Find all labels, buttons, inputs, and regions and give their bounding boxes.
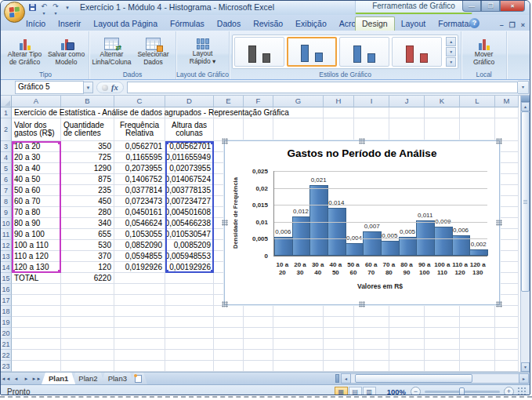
ribbon-tab-f-rmulas[interactable]: Fórmulas	[164, 16, 211, 31]
cell-F21[interactable]	[244, 339, 273, 350]
cell-D14[interactable]: 0,00192926	[165, 262, 214, 273]
cell-H2[interactable]	[324, 118, 354, 141]
cell-J2[interactable]	[389, 118, 425, 141]
cell-J20[interactable]	[389, 328, 425, 339]
row-header-20[interactable]: 20	[1, 328, 12, 339]
vertical-split-handle[interactable]	[521, 96, 530, 102]
cell-M19[interactable]	[495, 317, 519, 328]
cell-D7[interactable]: 0,003778135	[165, 185, 214, 196]
cell-A19[interactable]	[12, 317, 61, 328]
cell-L20[interactable]	[460, 328, 495, 339]
row-header-1[interactable]: 1	[1, 107, 12, 118]
close-button[interactable]: ×	[500, 1, 525, 12]
cell-A13[interactable]: 110 a 120	[12, 251, 61, 262]
ribbon-tab-dados[interactable]: Dados	[211, 16, 247, 31]
scroll-up-button[interactable]: ▲	[521, 102, 530, 111]
cell-C12[interactable]: 0,0852090	[114, 240, 165, 251]
column-header-D[interactable]: D	[165, 96, 214, 107]
cell-H19[interactable]	[324, 317, 354, 328]
cell-A9[interactable]: 70 a 80	[12, 207, 61, 218]
cell-B13[interactable]: 370	[61, 251, 114, 262]
cell-K18[interactable]	[425, 306, 460, 317]
row-header-2[interactable]: 2	[1, 118, 12, 141]
cell-C23[interactable]	[114, 361, 165, 372]
column-header-M[interactable]: M	[495, 96, 519, 107]
cell-F19[interactable]	[244, 317, 273, 328]
cell-G18[interactable]	[273, 306, 324, 317]
cell-B9[interactable]: 280	[61, 207, 114, 218]
column-header-A[interactable]: A	[12, 96, 61, 107]
row-header-22[interactable]: 22	[1, 350, 12, 361]
cell-B20[interactable]	[61, 328, 114, 339]
cell-J1[interactable]	[389, 107, 425, 118]
cell-I18[interactable]	[354, 306, 389, 317]
chart-y-axis-title[interactable]: Densidade de Frequência	[231, 171, 241, 256]
cell-E19[interactable]	[214, 317, 244, 328]
chart-x-axis-title[interactable]: Valores em R$	[273, 282, 487, 290]
cell-A23[interactable]	[12, 361, 61, 372]
chart-bar[interactable]	[381, 241, 400, 256]
cell-A12[interactable]: 100 a 110	[12, 240, 61, 251]
cell-A22[interactable]	[12, 350, 61, 361]
cell-A14[interactable]: 120 a 130	[12, 262, 61, 273]
chart-selection-handle[interactable]	[496, 220, 502, 226]
ribbon-tab-revis-o[interactable]: Revisão	[247, 16, 289, 31]
cell-L18[interactable]	[460, 306, 495, 317]
chart-selection-handle[interactable]	[222, 301, 228, 307]
cell-D16[interactable]	[165, 284, 214, 295]
cell-G20[interactable]	[273, 328, 324, 339]
cell-A1[interactable]: Exercício de Estatística - Análise de da…	[12, 107, 61, 118]
ribbon-button-alternar-linha-coluna[interactable]: ⇄AlternarLinha/Coluna	[92, 36, 132, 67]
cell-C10[interactable]: 0,0546624	[114, 218, 165, 229]
cell-C15[interactable]	[114, 273, 165, 284]
expand-formula-bar-button[interactable]: ▾	[518, 81, 529, 94]
cell-I1[interactable]	[354, 107, 389, 118]
cell-C21[interactable]	[114, 339, 165, 350]
sheet-tab-plan1[interactable]: Plan1	[42, 373, 75, 384]
row-header-15[interactable]: 15	[1, 273, 12, 284]
chart-style-thumbnail-style-blue[interactable]	[287, 37, 337, 67]
cell-F2[interactable]	[244, 118, 273, 141]
cell-B15[interactable]: 6220	[61, 273, 114, 284]
cell-A11[interactable]: 90 a 100	[12, 229, 61, 240]
cell-C4[interactable]: 0,1165595	[114, 152, 165, 163]
name-box-dropdown[interactable]: ▼	[84, 82, 93, 93]
cell-K2[interactable]	[425, 118, 460, 141]
first-sheet-button[interactable]: ◄◄	[1, 373, 11, 384]
cell-A5[interactable]: 30 a 40	[12, 163, 61, 174]
workbook-close-button[interactable]: ×	[521, 21, 525, 29]
column-header-C[interactable]: C	[114, 96, 165, 107]
cell-D20[interactable]	[165, 328, 214, 339]
cell-G19[interactable]	[273, 317, 324, 328]
cell-C14[interactable]: 0,0192926	[114, 262, 165, 273]
page-layout-view-button[interactable]: ▤	[349, 387, 362, 395]
ribbon-button-salvar-como-modelo[interactable]: Salvar comoModelo	[46, 36, 86, 67]
cell-H18[interactable]	[324, 306, 354, 317]
cell-L1[interactable]	[460, 107, 495, 118]
column-header-J[interactable]: J	[389, 96, 425, 107]
cell-E18[interactable]	[214, 306, 244, 317]
cell-I21[interactable]	[354, 339, 389, 350]
cell-A2[interactable]: Valor dosgastos (R$)	[12, 118, 61, 141]
row-header-18[interactable]: 18	[1, 306, 12, 317]
cell-A18[interactable]	[12, 306, 61, 317]
row-header-7[interactable]: 7	[1, 185, 12, 196]
chart-title[interactable]: Gastos no Período de Análise	[225, 147, 499, 159]
cell-J19[interactable]	[389, 317, 425, 328]
cell-D6[interactable]: 0,014067524	[165, 174, 214, 185]
column-header-B[interactable]: B	[61, 96, 114, 107]
cell-C3[interactable]: 0,0562701	[114, 141, 165, 152]
cell-D11[interactable]: 0,010530547	[165, 229, 214, 240]
cell-M23[interactable]	[495, 361, 519, 372]
cell-C8[interactable]: 0,0723473	[114, 196, 165, 207]
chart-bar[interactable]	[309, 185, 328, 256]
cell-B11[interactable]: 655	[61, 229, 114, 240]
cell-H1[interactable]	[324, 107, 354, 118]
cell-F20[interactable]	[244, 328, 273, 339]
sheet-tab-plan2[interactable]: Plan2	[71, 373, 104, 384]
scroll-down-button[interactable]: ▼	[521, 362, 530, 372]
cell-H23[interactable]	[324, 361, 354, 372]
cell-L2[interactable]	[460, 118, 495, 141]
office-button[interactable]	[4, 2, 25, 23]
chart-bar[interactable]	[346, 243, 364, 256]
